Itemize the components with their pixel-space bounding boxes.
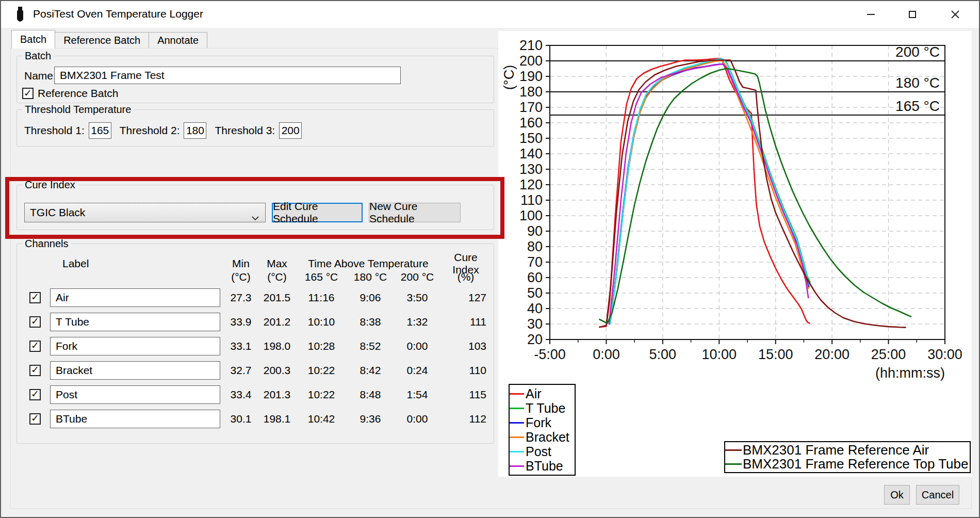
cure-index-group: Cure Index TGIC Black Edit Cure Schedule… [17, 185, 494, 230]
channel-checkbox[interactable]: ✓ [29, 365, 41, 376]
channel-label-input[interactable]: Bracket [50, 361, 220, 380]
legend-item: BTube [510, 459, 569, 473]
channel-label-input[interactable]: Air [50, 288, 220, 307]
legend-item: Bracket [510, 430, 569, 444]
channel-min-value: 30.1 [223, 413, 258, 425]
channels-header-row-1: Label Min Max Time Above Temperature Cur… [20, 251, 493, 268]
channel-max-value: 201.5 [258, 292, 296, 304]
svg-text:180 °C: 180 °C [895, 75, 940, 91]
reference-batch-checkbox[interactable]: ✓ [22, 88, 34, 99]
threshold-3-label: Threshold 3: [215, 124, 275, 137]
svg-text:50: 50 [527, 285, 543, 301]
channel-time-above-180: 9:06 [347, 292, 394, 304]
legend-item: Air [510, 386, 569, 401]
svg-text:110: 110 [520, 192, 543, 208]
channel-checkbox[interactable]: ✓ [29, 389, 41, 400]
channel-max-value: 200.3 [258, 364, 296, 377]
channel-min-value: 33.1 [223, 340, 258, 352]
legend-label: Air [526, 386, 542, 401]
channel-min-value: 32.7 [223, 364, 258, 377]
check-icon: ✓ [31, 292, 39, 302]
channel-checkbox[interactable]: ✓ [29, 341, 41, 352]
channel-cure-index: 127 [441, 292, 491, 304]
channel-min-value: 33.4 [223, 388, 258, 401]
svg-text:70: 70 [527, 254, 543, 270]
channel-min-value: 27.3 [223, 292, 258, 304]
channel-time-above-200: 0:00 [394, 340, 441, 352]
svg-text:90: 90 [527, 223, 543, 239]
app-window: PosiTest Oven Temperature Logger Batch R… [0, 0, 980, 518]
svg-text:40: 40 [527, 301, 543, 316]
check-icon: ✓ [31, 389, 39, 399]
check-icon: ✓ [24, 88, 32, 98]
channel-min-value: 33.9 [223, 316, 258, 328]
chart-legend-channels: AirT TubeForkBracketPostBTube [509, 384, 576, 476]
threshold-1-label: Threshold 1: [24, 124, 85, 137]
channel-time-above-165: 11:16 [296, 292, 347, 304]
threshold-temperature-group: Threshold Temperature Threshold 1: 165 T… [17, 109, 494, 147]
channel-time-above-165: 10:42 [296, 413, 347, 425]
threshold-1-field[interactable]: 165 [89, 122, 111, 139]
maximize-button[interactable] [898, 4, 927, 25]
legend-line-swatch [510, 465, 524, 467]
channel-checkbox[interactable]: ✓ [29, 316, 41, 328]
channel-label-input[interactable]: T Tube [50, 313, 220, 331]
tab-annotate[interactable]: Annotate [149, 32, 207, 48]
channel-label-value: Fork [56, 340, 77, 352]
svg-text:5:00: 5:00 [649, 347, 677, 362]
svg-text:170: 170 [519, 100, 543, 115]
svg-text:20:00: 20:00 [814, 347, 850, 362]
ok-button[interactable]: Ok [884, 485, 910, 505]
header-cure-unit: (%) [441, 271, 491, 283]
svg-text:25:00: 25:00 [871, 347, 906, 362]
tab-reference-batch[interactable]: Reference Batch [55, 32, 149, 48]
batch-name-value: BMX2301 Frame Test [60, 69, 165, 82]
close-icon [951, 10, 959, 19]
channels-table: Label Min Max Time Above Temperature Cur… [20, 251, 493, 431]
channel-cure-index: 111 [441, 316, 491, 328]
channel-row: ✓ Post 33.4 201.3 10:22 8:48 1:54 115 [20, 382, 493, 407]
edit-cure-schedule-button[interactable]: Edit Cure Schedule [272, 203, 363, 222]
legend-label: T Tube [526, 401, 565, 416]
channel-checkbox[interactable]: ✓ [29, 413, 41, 425]
svg-text:120: 120 [519, 177, 543, 192]
batch-name-field[interactable]: BMX2301 Frame Test [54, 67, 401, 84]
svg-text:150: 150 [519, 131, 543, 146]
channel-checkbox[interactable]: ✓ [29, 292, 41, 303]
new-cure-schedule-button[interactable]: New Cure Schedule [369, 203, 461, 222]
tab-batch[interactable]: Batch [11, 30, 55, 48]
cure-schedule-select[interactable]: TGIC Black [24, 203, 266, 222]
channel-label-input[interactable]: BTube [50, 410, 220, 428]
channel-time-above-200: 1:32 [394, 316, 441, 328]
cancel-button[interactable]: Cancel [916, 485, 959, 505]
channels-group: Channels Label Min Max Time Above Temper… [17, 244, 494, 444]
channel-max-value: 198.1 [258, 413, 296, 425]
minimize-icon [867, 14, 875, 15]
channel-cure-index: 112 [441, 413, 491, 425]
threshold-2-label: Threshold 2: [120, 124, 180, 137]
channel-cure-index: 110 [441, 364, 491, 377]
channel-time-above-180: 9:36 [347, 413, 394, 425]
svg-text:0:00: 0:00 [593, 347, 620, 362]
batch-group-label: Batch [22, 50, 54, 62]
channel-max-value: 201.2 [258, 316, 296, 328]
threshold-3-field[interactable]: 200 [279, 122, 302, 139]
channel-label-input[interactable]: Post [50, 385, 220, 404]
title-bar: PosiTest Oven Temperature Logger [1, 1, 979, 28]
svg-text:60: 60 [527, 270, 543, 285]
minimize-button[interactable] [856, 4, 885, 25]
threshold-2-field[interactable]: 180 [184, 122, 206, 139]
legend-line-swatch [510, 451, 524, 452]
legend-line-swatch [510, 422, 524, 424]
legend-line-swatch [510, 408, 524, 409]
batch-name-label: Name: [24, 70, 56, 82]
legend-item: Fork [510, 415, 569, 430]
close-button[interactable] [941, 4, 970, 25]
header-min-unit: (°C) [223, 271, 258, 283]
legend-item: T Tube [510, 401, 569, 415]
chart-legend-references: BMX2301 Frame Reference AirBMX2301 Frame… [724, 441, 971, 473]
svg-text:(°C): (°C) [501, 65, 517, 90]
channel-label-value: Air [56, 292, 69, 304]
batch-group: Batch Name: BMX2301 Frame Test ✓ Referen… [17, 56, 494, 103]
channel-label-input[interactable]: Fork [50, 337, 220, 355]
